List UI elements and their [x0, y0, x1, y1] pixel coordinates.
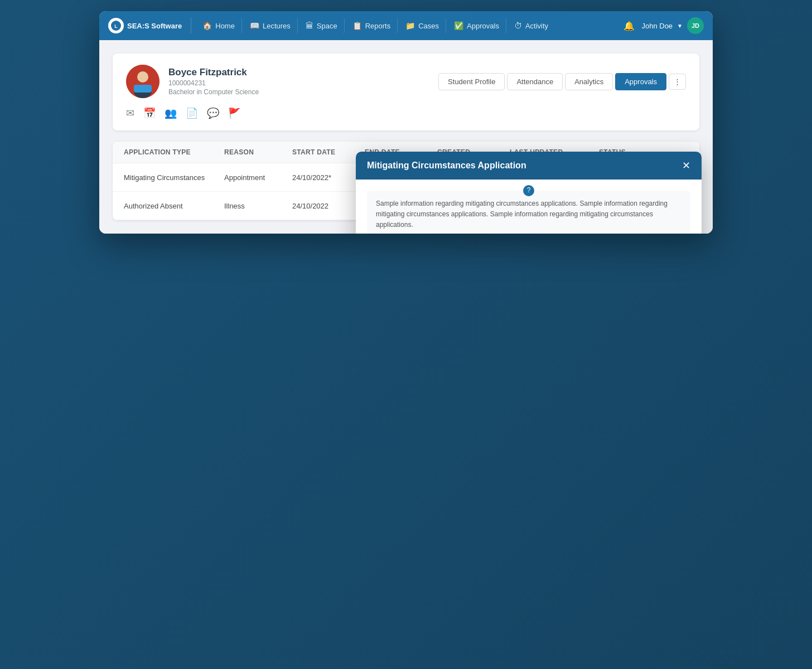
user-avatar: JD: [687, 17, 704, 34]
nav-lectures[interactable]: 📖 Lectures: [243, 18, 298, 33]
nav-space[interactable]: 🏛 Space: [299, 18, 345, 33]
bell-icon[interactable]: 🔔: [624, 21, 635, 31]
help-icon: ?: [523, 185, 534, 196]
flag-icon[interactable]: 🚩: [228, 107, 240, 119]
brand: L SEA:S Software: [108, 18, 191, 33]
tab-analytics[interactable]: Analytics: [565, 73, 613, 90]
student-tabs: Student Profile Attendance Analytics App…: [438, 73, 686, 90]
cell-start-2: 24/10/2022: [292, 202, 365, 210]
message-icon[interactable]: ✉: [126, 107, 134, 119]
main-content: Boyce Fitzpatrick 1000004231 Bachelor in…: [99, 40, 713, 234]
reports-icon: 📋: [352, 21, 362, 30]
info-box: ? Sample information regarding mitigatin…: [367, 191, 690, 234]
app-container: L SEA:S Software 🏠 Home 📖 Lectures 🏛 Spa…: [99, 11, 713, 234]
student-photo: [126, 65, 160, 98]
modal-body: ? Sample information regarding mitigatin…: [356, 180, 702, 234]
cell-type-2: Authorized Absent: [124, 202, 224, 210]
nav-activity[interactable]: ⏱ Activity: [508, 18, 555, 33]
nav-approvals[interactable]: ✅ Approvals: [447, 18, 506, 33]
student-card: Boyce Fitzpatrick 1000004231 Bachelor in…: [113, 54, 699, 130]
activity-icon: ⏱: [514, 21, 522, 30]
student-header: Boyce Fitzpatrick 1000004231 Bachelor in…: [126, 65, 686, 98]
modal-title: Mitigating Circumstances Application: [367, 161, 526, 171]
document-icon[interactable]: 📄: [186, 107, 198, 119]
brand-name: SEA:S Software: [127, 22, 182, 30]
svg-rect-5: [134, 85, 152, 93]
navbar-right: 🔔 John Doe ▼ JD: [624, 17, 704, 34]
modal-header: Mitigating Circumstances Application ✕: [356, 152, 702, 180]
nav-reports[interactable]: 📋 Reports: [346, 18, 398, 33]
cell-reason-2: Illness: [224, 202, 292, 210]
info-text-1: Sample information regarding mitigating …: [376, 198, 682, 231]
lectures-icon: 📖: [250, 21, 259, 30]
tab-student-profile[interactable]: Student Profile: [438, 73, 505, 90]
cell-start-1: 24/10/2022*: [292, 173, 365, 182]
people-icon[interactable]: 👥: [165, 107, 177, 119]
student-program: Bachelor in Computer Science: [168, 88, 259, 96]
navbar: L SEA:S Software 🏠 Home 📖 Lectures 🏛 Spa…: [99, 11, 713, 40]
student-actions: ✉ 📅 👥 📄 💬 🚩: [126, 107, 686, 119]
brand-logo: L: [108, 18, 124, 33]
col-reason: Reason: [224, 148, 292, 156]
tab-attendance[interactable]: Attendance: [507, 73, 563, 90]
student-details: Boyce Fitzpatrick 1000004231 Bachelor in…: [168, 67, 259, 96]
tab-more-button[interactable]: ⋮: [669, 74, 686, 90]
nav-cases[interactable]: 📁 Cases: [399, 18, 446, 33]
svg-text:L: L: [114, 23, 118, 29]
cell-reason-1: Appointment: [224, 173, 292, 182]
chat-icon[interactable]: 💬: [207, 107, 219, 119]
tab-approvals[interactable]: Approvals: [615, 73, 666, 90]
svg-point-3: [137, 71, 148, 83]
nav-items: 🏠 Home 📖 Lectures 🏛 Space 📋 Reports 📁 Ca…: [196, 18, 624, 33]
student-name: Boyce Fitzpatrick: [168, 67, 259, 78]
home-icon: 🏠: [202, 21, 212, 30]
cases-icon: 📁: [405, 21, 415, 30]
nav-home[interactable]: 🏠 Home: [196, 18, 242, 33]
student-info: Boyce Fitzpatrick 1000004231 Bachelor in…: [126, 65, 259, 98]
col-start-date: Start Date: [292, 148, 365, 156]
modal-overlay: Mitigating Circumstances Application ✕ ?…: [356, 152, 702, 234]
student-id: 1000004231: [168, 79, 259, 87]
calendar-icon[interactable]: 📅: [143, 107, 156, 119]
user-info[interactable]: John Doe ▼ JD: [641, 17, 704, 34]
space-icon: 🏛: [306, 21, 313, 30]
modal-close-button[interactable]: ✕: [682, 161, 690, 171]
cell-type-1: Mitigating Circumstances: [124, 173, 224, 182]
approvals-icon: ✅: [454, 21, 463, 30]
col-application-type: Application Type: [124, 148, 224, 156]
